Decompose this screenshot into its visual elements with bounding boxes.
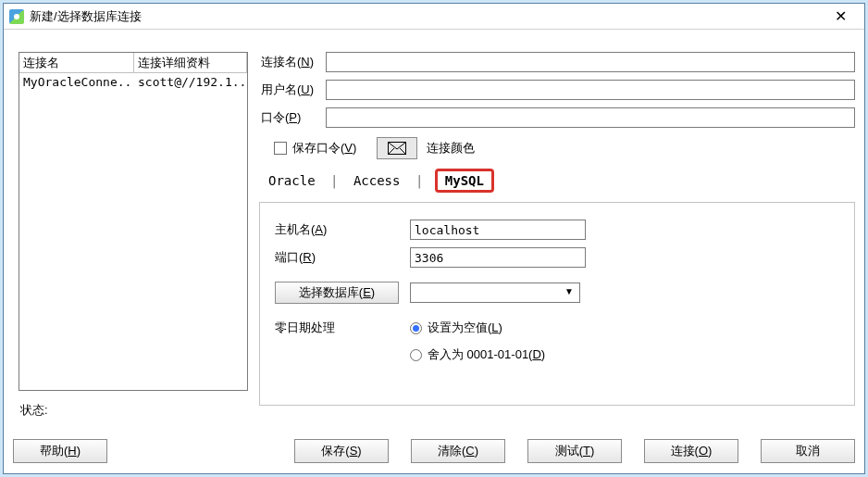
conn-name-label: 连接名(N)	[259, 54, 326, 70]
zero-date-label: 零日期处理	[275, 320, 410, 336]
database-dropdown[interactable]	[410, 282, 580, 303]
col-conn-detail: 连接详细资料	[134, 53, 247, 72]
save-password-label: 保存口令(V)	[292, 140, 356, 157]
password-label: 口令(P)	[259, 109, 326, 126]
tab-access[interactable]: Access	[350, 173, 404, 188]
col-conn-name: 连接名	[19, 53, 134, 72]
conn-name-input[interactable]	[326, 52, 855, 72]
db-type-tabs: Oracle | Access | MySQL	[265, 169, 855, 193]
username-label: 用户名(U)	[259, 82, 326, 98]
window-title: 新建/选择数据库连接	[30, 4, 142, 30]
connect-button[interactable]: 连接(O)	[644, 439, 738, 463]
app-icon	[9, 9, 24, 24]
save-password-checkbox[interactable]	[274, 142, 287, 155]
port-label: 端口(R)	[275, 249, 410, 266]
cancel-button[interactable]: 取消	[761, 439, 855, 463]
connection-color-label: 连接颜色	[427, 140, 475, 157]
list-item[interactable]: MyOracleConne... scott@//192.1...	[19, 73, 247, 92]
tab-mysql[interactable]: MySQL	[435, 169, 494, 193]
client-area: 连接名 连接详细资料 MyOracleConne... scott@//192.…	[13, 39, 855, 429]
host-input[interactable]	[410, 220, 586, 240]
clear-button[interactable]: 清除(C)	[411, 439, 505, 463]
radio-round[interactable]	[410, 349, 422, 361]
close-icon[interactable]: ✕	[822, 4, 859, 30]
host-label: 主机名(A)	[275, 221, 410, 238]
password-input[interactable]	[326, 107, 855, 128]
connection-list[interactable]: 连接名 连接详细资料 MyOracleConne... scott@//192.…	[19, 52, 248, 391]
port-input[interactable]	[410, 247, 586, 268]
tab-oracle[interactable]: Oracle	[265, 173, 319, 188]
titlebar: 新建/选择数据库连接 ✕	[4, 4, 864, 30]
connection-color-button[interactable]	[377, 137, 417, 159]
test-button[interactable]: 测试(T)	[527, 439, 622, 463]
list-item-name: MyOracleConne...	[19, 73, 134, 92]
connection-list-header: 连接名 连接详细资料	[19, 53, 247, 73]
mail-icon	[388, 142, 406, 155]
status-label: 状态:	[20, 402, 48, 419]
radio-set-null[interactable]	[410, 322, 422, 334]
radio-set-null-label: 设置为空值(L)	[428, 320, 502, 336]
mysql-panel: 主机名(A) 端口(R) 选择数据库(E) 零日期处理 设置为空值(L)	[259, 202, 855, 406]
save-button[interactable]: 保存(S)	[294, 439, 389, 463]
dialog-window: 新建/选择数据库连接 ✕ 连接名 连接详细资料 MyOracleConne...…	[3, 3, 865, 474]
list-item-detail: scott@//192.1...	[134, 73, 247, 92]
username-input[interactable]	[326, 80, 855, 100]
help-button[interactable]: 帮助(H)	[13, 439, 107, 463]
connection-form: 连接名(N) 用户名(U) 口令(P) 保存口令(V)	[259, 50, 855, 429]
select-database-button[interactable]: 选择数据库(E)	[275, 282, 399, 304]
radio-round-label: 舍入为 0001-01-01(D)	[428, 346, 545, 363]
dialog-footer: 帮助(H) 保存(S) 清除(C) 测试(T) 连接(O) 取消	[13, 436, 855, 466]
